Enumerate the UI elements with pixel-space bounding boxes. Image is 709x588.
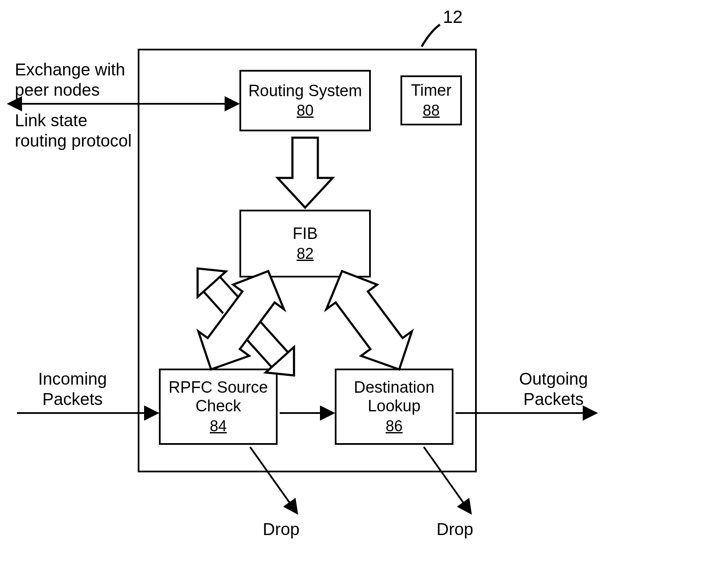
drop-label-2: Drop	[437, 519, 473, 539]
fib-num: 82	[297, 245, 314, 263]
timer-num: 88	[423, 102, 439, 119]
figure-ref-label: 12	[443, 6, 463, 28]
outgoing-label: Outgoing Packets	[519, 369, 588, 409]
dest-lookup-label: Destination Lookup	[336, 378, 452, 415]
routing-system-label: Routing System	[248, 82, 362, 100]
routing-system-block: Routing System 80	[239, 70, 371, 131]
ref-tick	[422, 25, 440, 47]
exchange-bottom-label: Link state routing protocol	[15, 110, 132, 151]
fib-block: FIB 82	[239, 210, 371, 277]
rpfc-num: 84	[210, 417, 227, 435]
timer-label: Timer	[411, 81, 452, 100]
fib-label: FIB	[292, 225, 317, 243]
drop-label-1: Drop	[263, 519, 300, 539]
dest-lookup-block: Destination Lookup 86	[335, 369, 453, 445]
diagram-canvas: 12 Routing System 80 Timer 88 FIB 82 RPF…	[0, 0, 709, 588]
dest-lookup-num: 86	[386, 417, 403, 435]
exchange-top-label: Exchange with peer nodes	[15, 59, 125, 100]
routing-system-num: 80	[297, 102, 314, 119]
timer-block: Timer 88	[400, 75, 462, 125]
incoming-label: Incoming Packets	[38, 369, 107, 409]
rpfc-label: RPFC Source Check	[161, 378, 276, 415]
rpfc-block: RPFC Source Check 84	[159, 369, 278, 445]
